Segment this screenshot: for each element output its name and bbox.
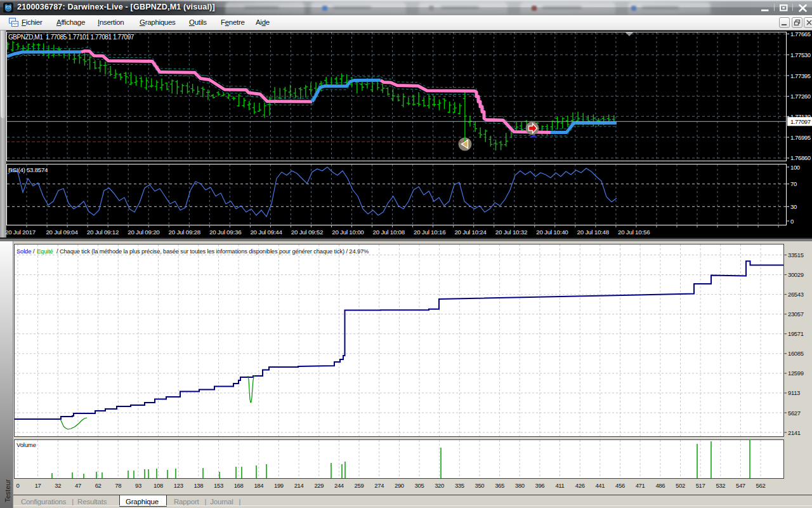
svg-text:123: 123 — [174, 482, 183, 489]
svg-text:199: 199 — [274, 482, 284, 489]
svg-text:20 Jul 10:24: 20 Jul 10:24 — [454, 229, 487, 236]
svg-text:30: 30 — [790, 203, 797, 210]
svg-text:305: 305 — [415, 482, 424, 489]
svg-text:1.77097: 1.77097 — [790, 118, 811, 125]
svg-text:20 Jul 09:12: 20 Jul 09:12 — [87, 229, 119, 236]
svg-text:350: 350 — [475, 482, 484, 489]
svg-text:502: 502 — [676, 482, 685, 489]
svg-text:62: 62 — [95, 482, 102, 489]
svg-text:Solde: Solde — [16, 248, 31, 255]
svg-text:0: 0 — [16, 482, 20, 489]
svg-text:33515: 33515 — [788, 251, 804, 258]
svg-text:17: 17 — [35, 482, 41, 489]
svg-text:229: 229 — [314, 482, 324, 489]
svg-text:20 Jul 10:56: 20 Jul 10:56 — [618, 229, 650, 236]
svg-text:/ Chaque tick (la méthode la p: / Chaque tick (la méthode la plus précis… — [56, 248, 369, 255]
svg-text:0: 0 — [790, 218, 794, 225]
svg-text:320: 320 — [435, 482, 444, 489]
svg-text:20 Jul 10:40: 20 Jul 10:40 — [536, 229, 568, 236]
svg-text:20 Jul 09:52: 20 Jul 09:52 — [291, 229, 323, 236]
svg-text:396: 396 — [535, 482, 544, 489]
svg-text:100: 100 — [790, 164, 800, 171]
svg-text:20 Jul 10:48: 20 Jul 10:48 — [577, 229, 610, 236]
svg-text:1.77260: 1.77260 — [790, 93, 811, 100]
svg-text:19571: 19571 — [788, 330, 804, 337]
svg-text:138: 138 — [193, 482, 203, 489]
svg-text:153: 153 — [214, 482, 223, 489]
svg-text:244: 244 — [334, 482, 344, 489]
svg-text:16085: 16085 — [788, 350, 804, 357]
svg-text:47: 47 — [75, 482, 81, 489]
svg-text:20 Jul 09:20: 20 Jul 09:20 — [128, 229, 160, 236]
svg-text:259: 259 — [355, 482, 364, 489]
svg-text:5627: 5627 — [788, 410, 801, 417]
svg-text:23057: 23057 — [788, 311, 804, 318]
svg-text:1.77530: 1.77530 — [790, 51, 811, 58]
svg-text:517: 517 — [696, 482, 705, 489]
svg-text:214: 214 — [294, 482, 304, 489]
svg-text:20 Jul 10:16: 20 Jul 10:16 — [414, 229, 446, 236]
svg-text:532: 532 — [716, 482, 725, 489]
svg-text:108: 108 — [154, 482, 163, 489]
svg-text:Volume: Volume — [16, 441, 36, 448]
svg-text:456: 456 — [615, 482, 625, 489]
svg-text:1.76860: 1.76860 — [790, 154, 811, 161]
svg-text:2141: 2141 — [788, 429, 801, 436]
svg-text:GBPNZD,M1 1.77085 1.77101 1.7: GBPNZD,M1 1.77085 1.77101 1.77081 1.7709… — [8, 34, 134, 41]
svg-text:20 Jul 2017: 20 Jul 2017 — [5, 229, 36, 236]
svg-text:274: 274 — [374, 482, 384, 489]
svg-text:168: 168 — [234, 482, 244, 489]
svg-text:9113: 9113 — [788, 389, 800, 396]
svg-text:93: 93 — [135, 482, 141, 489]
svg-text:RSI(4) 53.8574: RSI(4) 53.8574 — [8, 166, 48, 173]
svg-text:184: 184 — [254, 482, 263, 489]
svg-text:441: 441 — [595, 482, 605, 489]
svg-text:1.76995: 1.76995 — [790, 134, 811, 141]
svg-text:426: 426 — [575, 482, 585, 489]
svg-text:Equité: Equité — [37, 248, 53, 255]
svg-text:290: 290 — [395, 482, 404, 489]
svg-text:30029: 30029 — [788, 271, 804, 278]
svg-text:/: / — [33, 248, 35, 255]
svg-text:562: 562 — [756, 482, 766, 489]
svg-text:380: 380 — [515, 482, 525, 489]
svg-text:471: 471 — [636, 482, 645, 489]
svg-text:20 Jul 10:32: 20 Jul 10:32 — [495, 229, 527, 236]
svg-text:12599: 12599 — [788, 370, 804, 377]
svg-text:547: 547 — [736, 482, 745, 489]
svg-text:1.77665: 1.77665 — [790, 30, 811, 37]
svg-text:32: 32 — [55, 482, 61, 489]
svg-text:20 Jul 09:04: 20 Jul 09:04 — [46, 229, 78, 236]
svg-text:365: 365 — [495, 482, 504, 489]
svg-text:78: 78 — [115, 482, 121, 489]
svg-text:20 Jul 09:28: 20 Jul 09:28 — [169, 229, 201, 236]
svg-text:20 Jul 10:00: 20 Jul 10:00 — [332, 229, 364, 236]
svg-text:20 Jul 09:36: 20 Jul 09:36 — [209, 229, 242, 236]
svg-text:1.77395: 1.77395 — [790, 72, 811, 79]
svg-text:335: 335 — [455, 482, 464, 489]
svg-text:486: 486 — [655, 482, 665, 489]
svg-text:20 Jul 10:08: 20 Jul 10:08 — [373, 229, 405, 236]
svg-text:20 Jul 09:44: 20 Jul 09:44 — [250, 229, 282, 236]
svg-text:70: 70 — [790, 180, 797, 187]
svg-text:411: 411 — [555, 482, 564, 489]
svg-text:26543: 26543 — [788, 291, 804, 298]
